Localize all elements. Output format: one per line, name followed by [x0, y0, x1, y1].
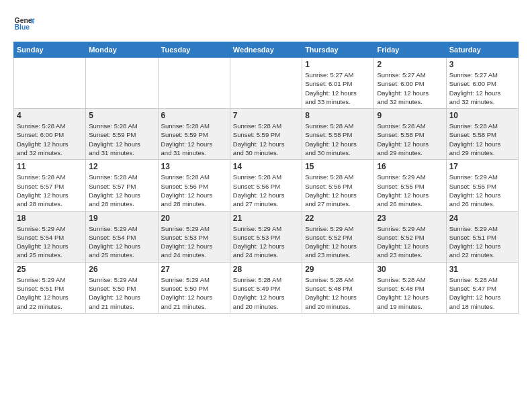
- calendar-week-row: 11Sunrise: 5:28 AM Sunset: 5:57 PM Dayli…: [14, 160, 519, 211]
- day-info: Sunrise: 5:28 AM Sunset: 5:47 PM Dayligh…: [449, 275, 515, 311]
- day-number: 24: [449, 214, 515, 223]
- calendar-cell: 25Sunrise: 5:29 AM Sunset: 5:51 PM Dayli…: [14, 262, 86, 313]
- weekday-header-saturday: Saturday: [446, 42, 518, 58]
- calendar-cell: 19Sunrise: 5:29 AM Sunset: 5:54 PM Dayli…: [86, 211, 158, 262]
- weekday-header-sunday: Sunday: [14, 42, 86, 58]
- calendar-cell: 23Sunrise: 5:29 AM Sunset: 5:52 PM Dayli…: [374, 211, 446, 262]
- day-info: Sunrise: 5:29 AM Sunset: 5:50 PM Dayligh…: [161, 275, 227, 311]
- day-info: Sunrise: 5:29 AM Sunset: 5:52 PM Dayligh…: [377, 224, 443, 260]
- calendar-cell: [86, 58, 158, 109]
- day-info: Sunrise: 5:27 AM Sunset: 6:01 PM Dayligh…: [305, 71, 371, 106]
- day-number: 6: [161, 111, 227, 120]
- day-info: Sunrise: 5:28 AM Sunset: 5:58 PM Dayligh…: [305, 122, 371, 157]
- day-info: Sunrise: 5:28 AM Sunset: 5:56 PM Dayligh…: [161, 173, 227, 208]
- day-number: 22: [305, 214, 371, 223]
- day-info: Sunrise: 5:28 AM Sunset: 5:58 PM Dayligh…: [377, 122, 443, 157]
- day-info: Sunrise: 5:28 AM Sunset: 5:58 PM Dayligh…: [449, 122, 515, 157]
- day-number: 19: [89, 214, 154, 223]
- day-info: Sunrise: 5:27 AM Sunset: 6:00 PM Dayligh…: [377, 71, 443, 106]
- weekday-header-wednesday: Wednesday: [230, 42, 302, 58]
- calendar-cell: 18Sunrise: 5:29 AM Sunset: 5:54 PM Dayli…: [14, 211, 86, 262]
- day-info: Sunrise: 5:29 AM Sunset: 5:53 PM Dayligh…: [233, 224, 299, 260]
- calendar-cell: [14, 58, 86, 109]
- calendar-cell: 27Sunrise: 5:29 AM Sunset: 5:50 PM Dayli…: [158, 262, 230, 313]
- day-info: Sunrise: 5:28 AM Sunset: 5:57 PM Dayligh…: [89, 173, 154, 208]
- day-info: Sunrise: 5:28 AM Sunset: 5:59 PM Dayligh…: [89, 122, 154, 157]
- day-info: Sunrise: 5:28 AM Sunset: 5:56 PM Dayligh…: [305, 173, 371, 208]
- calendar-cell: 26Sunrise: 5:29 AM Sunset: 5:50 PM Dayli…: [86, 262, 158, 313]
- day-number: 16: [377, 162, 443, 171]
- calendar-cell: 4Sunrise: 5:28 AM Sunset: 6:00 PM Daylig…: [14, 109, 86, 160]
- calendar-cell: 12Sunrise: 5:28 AM Sunset: 5:57 PM Dayli…: [86, 160, 158, 211]
- day-info: Sunrise: 5:29 AM Sunset: 5:55 PM Dayligh…: [449, 173, 515, 208]
- calendar-cell: 9Sunrise: 5:28 AM Sunset: 5:58 PM Daylig…: [374, 109, 446, 160]
- calendar-cell: 21Sunrise: 5:29 AM Sunset: 5:53 PM Dayli…: [230, 211, 302, 262]
- day-number: 4: [17, 111, 83, 120]
- calendar-week-row: 4Sunrise: 5:28 AM Sunset: 6:00 PM Daylig…: [14, 109, 519, 160]
- day-number: 3: [449, 60, 515, 69]
- calendar-cell: 6Sunrise: 5:28 AM Sunset: 5:59 PM Daylig…: [158, 109, 230, 160]
- day-number: 25: [17, 265, 83, 274]
- day-info: Sunrise: 5:29 AM Sunset: 5:53 PM Dayligh…: [161, 224, 227, 260]
- day-number: 10: [449, 111, 515, 120]
- calendar-cell: 2Sunrise: 5:27 AM Sunset: 6:00 PM Daylig…: [374, 58, 446, 109]
- day-number: 7: [233, 111, 299, 120]
- day-number: 17: [449, 162, 515, 171]
- day-number: 28: [233, 265, 299, 274]
- calendar-cell: 16Sunrise: 5:29 AM Sunset: 5:55 PM Dayli…: [374, 160, 446, 211]
- weekday-header-monday: Monday: [86, 42, 158, 58]
- day-number: 29: [305, 265, 371, 274]
- day-number: 30: [377, 265, 443, 274]
- day-number: 27: [161, 265, 227, 274]
- calendar-cell: 8Sunrise: 5:28 AM Sunset: 5:58 PM Daylig…: [302, 109, 374, 160]
- calendar-cell: 15Sunrise: 5:28 AM Sunset: 5:56 PM Dayli…: [302, 160, 374, 211]
- calendar-cell: 10Sunrise: 5:28 AM Sunset: 5:58 PM Dayli…: [446, 109, 518, 160]
- svg-text:Blue: Blue: [15, 24, 30, 31]
- day-info: Sunrise: 5:29 AM Sunset: 5:54 PM Dayligh…: [89, 224, 154, 260]
- day-info: Sunrise: 5:29 AM Sunset: 5:55 PM Dayligh…: [377, 173, 443, 208]
- day-info: Sunrise: 5:28 AM Sunset: 5:59 PM Dayligh…: [233, 122, 299, 157]
- day-info: Sunrise: 5:28 AM Sunset: 5:59 PM Dayligh…: [161, 122, 227, 157]
- calendar-week-row: 25Sunrise: 5:29 AM Sunset: 5:51 PM Dayli…: [14, 262, 519, 313]
- calendar-cell: 3Sunrise: 5:27 AM Sunset: 6:00 PM Daylig…: [446, 58, 518, 109]
- day-number: 14: [233, 162, 299, 171]
- day-number: 26: [89, 265, 154, 274]
- weekday-header-tuesday: Tuesday: [158, 42, 230, 58]
- calendar-cell: 17Sunrise: 5:29 AM Sunset: 5:55 PM Dayli…: [446, 160, 518, 211]
- day-info: Sunrise: 5:28 AM Sunset: 5:57 PM Dayligh…: [17, 173, 83, 208]
- day-number: 1: [305, 60, 371, 69]
- page-header: General Blue: [13, 13, 519, 35]
- day-number: 11: [17, 162, 83, 171]
- calendar-cell: 28Sunrise: 5:28 AM Sunset: 5:49 PM Dayli…: [230, 262, 302, 313]
- day-number: 9: [377, 111, 443, 120]
- day-info: Sunrise: 5:29 AM Sunset: 5:54 PM Dayligh…: [17, 224, 83, 260]
- calendar-cell: 13Sunrise: 5:28 AM Sunset: 5:56 PM Dayli…: [158, 160, 230, 211]
- calendar-cell: [158, 58, 230, 109]
- calendar-week-row: 1Sunrise: 5:27 AM Sunset: 6:01 PM Daylig…: [14, 58, 519, 109]
- day-info: Sunrise: 5:28 AM Sunset: 6:00 PM Dayligh…: [17, 122, 83, 157]
- calendar-week-row: 18Sunrise: 5:29 AM Sunset: 5:54 PM Dayli…: [14, 211, 519, 262]
- day-info: Sunrise: 5:27 AM Sunset: 6:00 PM Dayligh…: [449, 71, 515, 106]
- day-number: 23: [377, 214, 443, 223]
- calendar-cell: [230, 58, 302, 109]
- calendar-cell: 20Sunrise: 5:29 AM Sunset: 5:53 PM Dayli…: [158, 211, 230, 262]
- day-info: Sunrise: 5:29 AM Sunset: 5:51 PM Dayligh…: [17, 275, 83, 311]
- calendar-cell: 29Sunrise: 5:28 AM Sunset: 5:48 PM Dayli…: [302, 262, 374, 313]
- day-info: Sunrise: 5:28 AM Sunset: 5:48 PM Dayligh…: [305, 275, 371, 311]
- calendar-cell: 5Sunrise: 5:28 AM Sunset: 5:59 PM Daylig…: [86, 109, 158, 160]
- calendar-table: SundayMondayTuesdayWednesdayThursdayFrid…: [13, 42, 519, 314]
- calendar-cell: 31Sunrise: 5:28 AM Sunset: 5:47 PM Dayli…: [446, 262, 518, 313]
- logo: General Blue: [13, 13, 35, 35]
- day-info: Sunrise: 5:29 AM Sunset: 5:52 PM Dayligh…: [305, 224, 371, 260]
- day-number: 18: [17, 214, 83, 223]
- day-number: 13: [161, 162, 227, 171]
- weekday-header-friday: Friday: [374, 42, 446, 58]
- day-number: 5: [89, 111, 154, 120]
- calendar-cell: 24Sunrise: 5:29 AM Sunset: 5:51 PM Dayli…: [446, 211, 518, 262]
- calendar-cell: 11Sunrise: 5:28 AM Sunset: 5:57 PM Dayli…: [14, 160, 86, 211]
- calendar-cell: 14Sunrise: 5:28 AM Sunset: 5:56 PM Dayli…: [230, 160, 302, 211]
- day-number: 12: [89, 162, 154, 171]
- calendar-cell: 30Sunrise: 5:28 AM Sunset: 5:48 PM Dayli…: [374, 262, 446, 313]
- weekday-header-row: SundayMondayTuesdayWednesdayThursdayFrid…: [14, 42, 519, 58]
- day-info: Sunrise: 5:28 AM Sunset: 5:56 PM Dayligh…: [233, 173, 299, 208]
